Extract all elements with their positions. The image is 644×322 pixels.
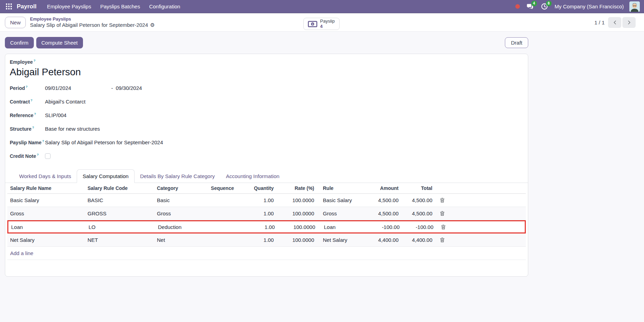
pager-previous-button[interactable] bbox=[608, 17, 621, 28]
control-panel: New Employee Payslips Salary Slip of Abi… bbox=[0, 13, 644, 32]
company-switcher[interactable]: My Company (San Francisco) bbox=[555, 3, 624, 9]
delete-row-button[interactable] bbox=[435, 211, 449, 216]
col-amount[interactable]: Amount bbox=[373, 185, 401, 191]
add-a-line-link[interactable]: Add a line bbox=[7, 250, 33, 256]
menu-employee-payslips[interactable]: Employee Payslips bbox=[44, 1, 95, 12]
table-row-basic-salary[interactable]: Basic Salary BASIC Basic 1.00 100.0000 B… bbox=[7, 194, 526, 207]
user-avatar[interactable] bbox=[629, 1, 640, 12]
reference-field: Reference? SLIP/004 bbox=[10, 108, 528, 122]
stat-button-value: 4 bbox=[320, 24, 335, 29]
page-title: Salary Slip of Abigail Peterson for Sept… bbox=[30, 22, 148, 29]
col-rate[interactable]: Rate (%) bbox=[276, 185, 317, 191]
col-rule[interactable]: Rule bbox=[317, 185, 373, 191]
messages-count-badge: 4 bbox=[531, 1, 537, 6]
status-badge: Draft bbox=[505, 37, 528, 48]
tab-worked-days-inputs[interactable]: Worked Days & Inputs bbox=[14, 170, 77, 183]
payslip-stat-button[interactable]: 1 Payslip 4 bbox=[303, 18, 340, 30]
confirm-button[interactable]: Confirm bbox=[5, 37, 34, 48]
trash-icon bbox=[440, 198, 445, 203]
table-row-gross[interactable]: Gross GROSS Gross 1.00 100.0000 Gross 4,… bbox=[7, 207, 526, 220]
activities-count-badge: 8 bbox=[546, 1, 552, 6]
period-start-input[interactable]: 09/01/2024 bbox=[45, 85, 111, 91]
recording-status-dot bbox=[515, 4, 520, 9]
stat-button-label: Payslip bbox=[320, 19, 335, 24]
chevron-right-icon bbox=[628, 20, 631, 25]
chevron-left-icon bbox=[613, 20, 616, 25]
period-end-input[interactable]: 09/30/2024 bbox=[116, 85, 142, 91]
compute-sheet-button[interactable]: Compute Sheet bbox=[36, 37, 83, 48]
table-row-net-salary[interactable]: Net Salary NET Net 1.00 100.0000 Net Sal… bbox=[7, 233, 526, 247]
col-category[interactable]: Category bbox=[154, 185, 195, 191]
top-navbar: Payroll Employee Payslips Payslips Batch… bbox=[0, 0, 644, 13]
payslip-name-field: Payslip Name? Salary Slip of Abigail Pet… bbox=[10, 136, 528, 149]
help-icon: ? bbox=[33, 59, 36, 62]
credit-note-field: Credit Note? bbox=[10, 149, 528, 163]
banknote-icon: 1 bbox=[308, 21, 317, 27]
pager-next-button[interactable] bbox=[622, 17, 636, 28]
contract-input[interactable]: Abigail's Contarct bbox=[45, 99, 85, 105]
col-total[interactable]: Total bbox=[401, 185, 435, 191]
add-line-row: Add a line bbox=[7, 247, 526, 260]
delete-row-button[interactable] bbox=[435, 237, 449, 243]
payslip-name-input[interactable]: Salary Slip of Abigail Peterson for Sept… bbox=[45, 139, 163, 145]
structure-input[interactable]: Base for new structures bbox=[45, 126, 100, 132]
tab-accounting-information[interactable]: Accounting Information bbox=[220, 170, 285, 183]
help-icon: ? bbox=[37, 153, 39, 156]
gear-icon[interactable]: ⚙ bbox=[150, 22, 155, 29]
trash-icon bbox=[440, 237, 445, 243]
trash-icon bbox=[440, 211, 445, 216]
breadcrumb-parent-link[interactable]: Employee Payslips bbox=[30, 16, 155, 22]
form-sheet: Employee? Abigail Peterson Period? 09/01… bbox=[5, 54, 528, 277]
help-icon: ? bbox=[32, 126, 34, 129]
contract-field: Contract? Abigail's Contarct bbox=[10, 95, 528, 108]
period-separator: - bbox=[111, 85, 113, 91]
help-icon: ? bbox=[42, 139, 44, 143]
svg-text:1: 1 bbox=[312, 22, 313, 25]
main-menu: Employee Payslips Payslips Batches Confi… bbox=[44, 1, 184, 12]
trash-icon bbox=[441, 224, 446, 230]
breadcrumb: Employee Payslips Salary Slip of Abigail… bbox=[30, 16, 155, 29]
employee-field-label: Employee? bbox=[10, 59, 528, 65]
pager-counter: 1 / 1 bbox=[594, 20, 605, 25]
new-button[interactable]: New bbox=[5, 17, 26, 28]
table-header-row: Salary Rule Name Salary Rule Code Catego… bbox=[7, 183, 526, 194]
delete-row-button[interactable] bbox=[436, 224, 450, 230]
employee-field-value[interactable]: Abigail Peterson bbox=[10, 66, 528, 78]
structure-field: Structure? Base for new structures bbox=[10, 122, 528, 136]
col-salary-rule-code[interactable]: Salary Rule Code bbox=[85, 185, 154, 191]
reference-input[interactable]: SLIP/004 bbox=[45, 112, 67, 118]
col-salary-rule-name[interactable]: Salary Rule Name bbox=[7, 185, 85, 191]
help-icon: ? bbox=[34, 112, 36, 116]
col-quantity[interactable]: Quantity bbox=[237, 185, 276, 191]
salary-lines-table: Salary Rule Name Salary Rule Code Catego… bbox=[7, 183, 526, 260]
tab-salary-computation[interactable]: Salary Computation bbox=[77, 169, 135, 183]
activities-button[interactable]: 8 bbox=[540, 2, 549, 11]
messages-button[interactable]: 4 bbox=[525, 2, 535, 11]
credit-note-checkbox[interactable] bbox=[45, 153, 51, 159]
table-row-loan-highlighted[interactable]: Loan LO Deduction 1.00 100.0000 Loan -10… bbox=[7, 220, 526, 233]
tab-details-by-salary-rule-category[interactable]: Details By Salary Rule Category bbox=[135, 170, 220, 183]
pager: 1 / 1 bbox=[594, 17, 636, 28]
delete-row-button[interactable] bbox=[435, 198, 449, 203]
col-sequence[interactable]: Sequence bbox=[195, 185, 237, 191]
help-icon: ? bbox=[26, 85, 28, 89]
app-name[interactable]: Payroll bbox=[17, 3, 37, 10]
menu-payslips-batches[interactable]: Payslips Batches bbox=[97, 1, 143, 12]
statusbar: Confirm Compute Sheet Draft bbox=[5, 32, 528, 54]
menu-configuration[interactable]: Configuration bbox=[146, 1, 184, 12]
period-field: Period? 09/01/2024 - 09/30/2024 bbox=[10, 81, 528, 95]
apps-grid-icon[interactable] bbox=[3, 1, 14, 12]
help-icon: ? bbox=[31, 99, 33, 102]
notebook-tabs: Worked Days & Inputs Salary Computation … bbox=[5, 169, 528, 183]
